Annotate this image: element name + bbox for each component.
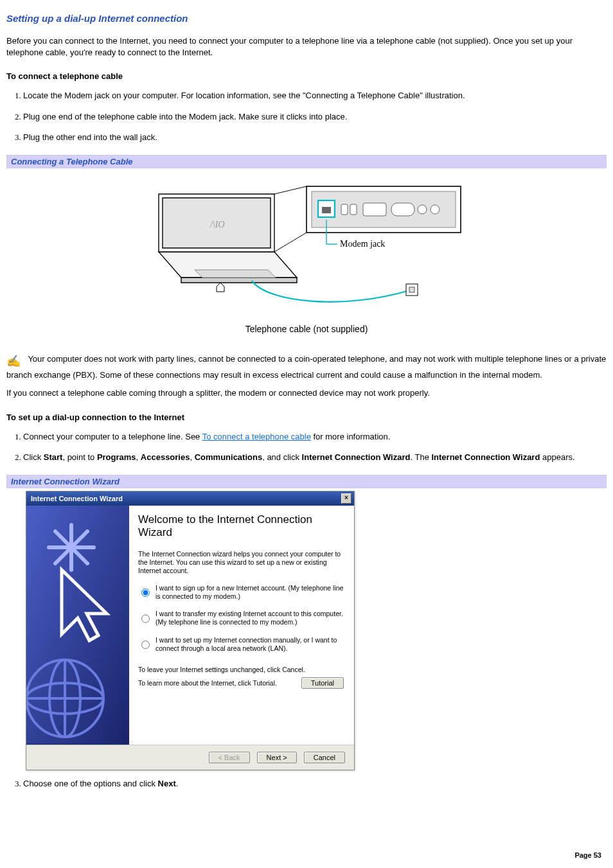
close-button[interactable]: ×: [341, 493, 351, 504]
wizard-leave-text: To leave your Internet settings unchange…: [138, 666, 344, 673]
subheading-setup-dialup: To set up a dial-up connection to the In…: [6, 412, 607, 422]
wizard-dialog: Internet Connection Wizard ×: [26, 491, 355, 770]
back-button: < Back: [209, 752, 250, 763]
svg-rect-7: [409, 287, 414, 292]
wizard-option-1[interactable]: I want to sign up for a new Internet acc…: [138, 584, 344, 601]
text: Click: [23, 452, 44, 462]
bold: Communications: [195, 452, 262, 462]
link-connect-cable[interactable]: To connect a telephone cable: [202, 432, 311, 441]
svg-rect-12: [341, 204, 348, 215]
step-text: Locate the Modem jack on your computer. …: [23, 91, 465, 100]
wizard-learn-text: To learn more about the Internet, click …: [138, 679, 277, 687]
illu-modem-jack-label: Modem jack: [340, 239, 385, 249]
step-text: Connect your computer to a telephone lin…: [23, 432, 390, 441]
radio-transfer-account[interactable]: [141, 610, 150, 626]
text: for more information.: [311, 432, 391, 441]
step-text: Click Start, point to Programs, Accessor…: [23, 452, 575, 462]
radio-manual-lan[interactable]: [141, 637, 150, 653]
bold: Programs: [97, 452, 136, 462]
text: ,: [136, 452, 141, 462]
option-label: I want to sign up for a new Internet acc…: [155, 584, 344, 601]
wizard-description: The Internet Connection wizard helps you…: [138, 550, 344, 575]
steps-setup-dialup: Connect your computer to a telephone lin…: [23, 431, 607, 463]
svg-marker-5: [195, 270, 276, 278]
step-text: Choose one of the options and click Next…: [23, 779, 178, 788]
illustration-modem-jack: /\IO Modem jack: [6, 168, 607, 339]
text: , and click: [262, 452, 301, 462]
wizard-footer: < Back Next > Cancel: [26, 745, 354, 770]
bold: Start: [44, 452, 63, 462]
svg-line-22: [274, 186, 306, 194]
svg-rect-11: [322, 207, 331, 213]
text: Choose one of the options and click: [23, 779, 158, 788]
steps-connect-cable: Locate the Modem jack on your computer. …: [23, 90, 607, 143]
svg-point-17: [431, 205, 440, 214]
wizard-titlebar: Internet Connection Wizard ×: [26, 492, 354, 506]
bold: Accessories: [141, 452, 190, 462]
bold: Next: [158, 779, 176, 788]
svg-marker-23: [217, 283, 224, 292]
svg-rect-15: [391, 203, 414, 216]
note-text: Your computer does not work with party l…: [6, 354, 606, 380]
svg-line-21: [297, 233, 306, 278]
svg-rect-13: [350, 204, 357, 215]
bold: Internet Connection Wizard: [431, 452, 540, 462]
step-text: Plug one end of the telephone cable into…: [23, 112, 347, 121]
svg-rect-14: [363, 203, 386, 216]
wizard-option-3[interactable]: I want to set up my Internet connection …: [138, 636, 344, 653]
wizard-heading: Welcome to the Internet Connection Wizar…: [138, 513, 344, 540]
tutorial-button[interactable]: Tutorial: [301, 677, 344, 689]
illu-cable-label: Telephone cable (not supplied): [6, 324, 607, 334]
bold: Internet Connection Wizard: [302, 452, 411, 462]
option-label: I want to transfer my existing Internet …: [155, 610, 344, 626]
caption-connecting-cable: Connecting a Telephone Cable: [6, 155, 607, 168]
caption-icw: Internet Connection Wizard: [6, 475, 607, 488]
text: , point to: [62, 452, 96, 462]
radio-new-account[interactable]: [141, 585, 150, 601]
next-button[interactable]: Next >: [257, 752, 297, 763]
cancel-button[interactable]: Cancel: [304, 752, 345, 763]
subheading-connect-cable: To connect a telephone cable: [6, 71, 607, 81]
option-label: I want to set up my Internet connection …: [155, 636, 344, 653]
text: Connect your computer to a telephone lin…: [23, 432, 202, 441]
steps-setup-dialup-cont: Choose one of the options and click Next…: [23, 778, 607, 790]
text: appears.: [540, 452, 574, 462]
step-text: Plug the other end into the wall jack.: [23, 132, 157, 142]
svg-marker-3: [181, 278, 297, 283]
note-block: ✍ Your computer does not work with party…: [6, 353, 607, 381]
svg-line-20: [274, 233, 306, 252]
text: .: [176, 779, 179, 788]
wizard-title: Internet Connection Wizard: [31, 495, 123, 502]
svg-point-16: [418, 205, 427, 214]
text: ,: [190, 452, 194, 462]
wizard-side-graphic: [26, 506, 129, 745]
note-icon: ✍: [6, 353, 26, 369]
svg-text:/\IO: /\IO: [209, 220, 225, 229]
splitter-paragraph: If you connect a telephone cable coming …: [6, 387, 607, 399]
section-title: Setting up a dial-up Internet connection: [6, 13, 607, 24]
wizard-option-2[interactable]: I want to transfer my existing Internet …: [138, 610, 344, 626]
text: . The: [410, 452, 431, 462]
intro-paragraph: Before you can connect to the Internet, …: [6, 35, 607, 58]
